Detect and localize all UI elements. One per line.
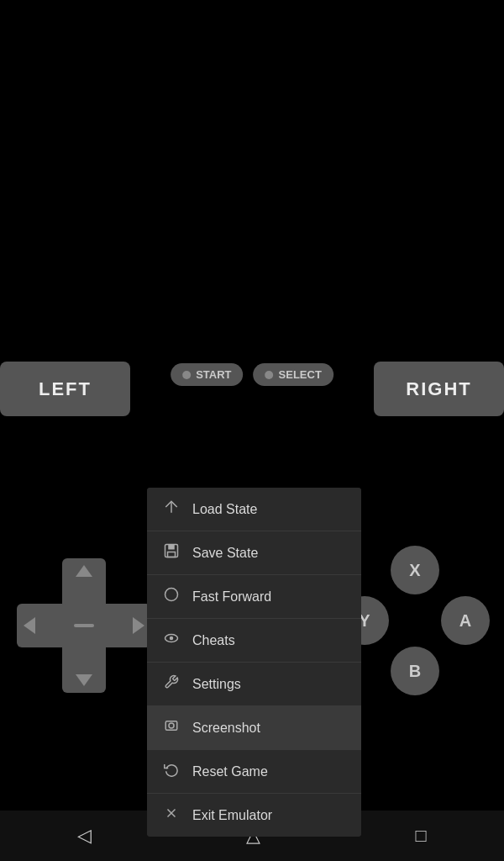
settings-label: Settings [192,677,241,692]
svg-point-8 [169,723,174,728]
a-button[interactable]: A [441,596,490,645]
reset-game-icon [162,762,181,781]
save-state-icon [162,543,181,563]
menu-item-settings[interactable]: Settings [147,663,361,706]
left-button[interactable]: LEFT [0,362,130,416]
context-menu: Load StateSave StateFast ForwardCheatsSe… [147,488,361,837]
start-button[interactable]: START [171,363,243,386]
menu-item-fast-forward[interactable]: Fast Forward [147,575,361,619]
menu-item-exit-emulator[interactable]: Exit Emulator [147,794,361,837]
recents-icon: □ [416,825,427,846]
action-buttons: X A B Y [340,546,491,697]
load-state-label: Load State [192,502,257,517]
menu-item-cheats[interactable]: Cheats [147,619,361,663]
fast-forward-label: Fast Forward [192,589,271,605]
save-state-label: Save State [192,546,258,561]
cheats-icon [162,631,181,650]
dpad-up-arrow [76,565,92,577]
exit-emulator-icon [162,806,181,825]
dpad-left-arrow [24,617,35,634]
svg-point-3 [165,589,178,601]
screenshot-icon [162,718,181,737]
menu-item-reset-game[interactable]: Reset Game [147,750,361,794]
svg-point-6 [171,637,173,640]
recents-button[interactable]: □ [407,816,435,855]
start-dot [182,371,191,379]
dpad-center [62,604,106,647]
menu-item-save-state[interactable]: Save State [147,531,361,575]
center-buttons: START SELECT [171,363,333,386]
dpad-minus-icon [74,624,94,627]
svg-rect-2 [168,552,176,557]
game-screen [0,0,504,362]
back-icon: ◁ [77,825,92,846]
select-button[interactable]: SELECT [254,363,333,386]
x-button[interactable]: X [391,546,439,594]
dpad-down-arrow [76,674,92,686]
svg-rect-1 [168,545,175,550]
menu-item-screenshot[interactable]: Screenshot [147,706,361,750]
reset-game-label: Reset Game [192,764,268,779]
exit-emulator-label: Exit Emulator [192,808,272,823]
dpad-right-arrow [133,617,144,634]
back-button[interactable]: ◁ [69,816,100,855]
b-button[interactable]: B [391,647,439,695]
menu-item-load-state[interactable]: Load State [147,488,361,531]
settings-icon [162,674,181,694]
cheats-label: Cheats [192,633,235,648]
load-state-icon [162,499,181,519]
dpad[interactable] [17,558,151,693]
fast-forward-icon [162,587,181,606]
right-button[interactable]: RIGHT [374,362,504,416]
select-dot [265,371,274,379]
screenshot-label: Screenshot [192,721,260,736]
